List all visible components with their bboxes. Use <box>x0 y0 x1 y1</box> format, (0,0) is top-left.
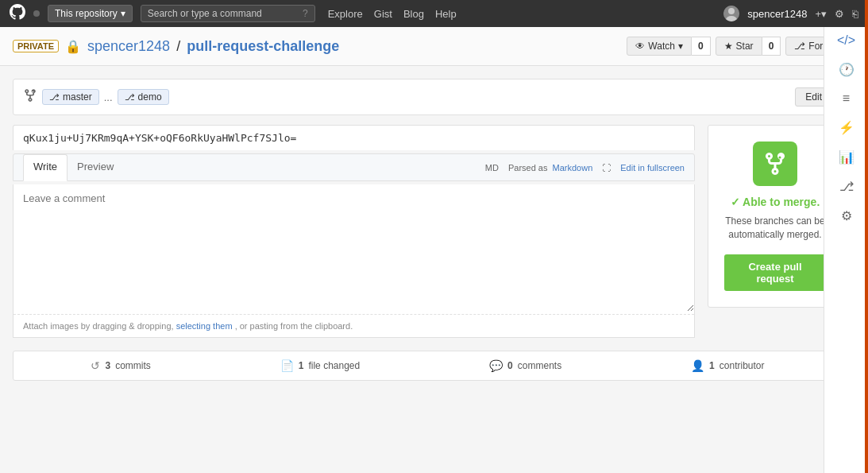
star-label: Star <box>736 41 754 52</box>
repo-separator: / <box>176 38 180 55</box>
code-icon[interactable]: </> <box>837 33 855 48</box>
watch-label: Watch <box>648 41 675 52</box>
files-stat[interactable]: 📄 1 file changed <box>280 359 360 372</box>
commits-count: 3 <box>105 360 110 371</box>
contributors-stat[interactable]: 👤 1 contributor <box>691 359 764 372</box>
fullscreen-label[interactable]: Edit in fullscreen <box>620 163 685 173</box>
selecting-link[interactable]: selecting them <box>176 321 233 331</box>
repo-name-link[interactable]: pull-request-challenge <box>187 38 339 55</box>
pr-layout: qKux1ju+Uj7KRm9qA+YSK+oQF6oRkUyaHWlPcf7S… <box>13 125 843 338</box>
tools-icon[interactable]: ⚙ <box>835 8 844 20</box>
files-label: file changed <box>308 360 360 371</box>
search-question-icon: ? <box>303 8 308 19</box>
repo-owner-link[interactable]: spencer1248 <box>87 38 170 55</box>
markdown-icon: MD <box>485 163 499 173</box>
git-branch-icon2: ⎇ <box>125 92 135 103</box>
username[interactable]: spencer1248 <box>747 8 807 20</box>
repo-title-area: PRIVATE 🔒 spencer1248 / pull-request-cha… <box>13 38 339 55</box>
lock-icon: 🔒 <box>65 39 81 54</box>
branch-master: ⎇ master <box>42 89 99 105</box>
this-repo-label: This repository <box>55 8 118 19</box>
commit-hash-bar: qKux1ju+Uj7KRm9qA+YSK+oQF6oRkUyaHWlPcf7S… <box>13 125 695 150</box>
chart-icon[interactable]: 📊 <box>839 149 854 165</box>
contributors-count: 1 <box>709 360 715 371</box>
star-icon: ★ <box>724 41 733 52</box>
fullscreen-icon: ⛶ <box>602 163 611 173</box>
comments-count: 0 <box>507 360 513 371</box>
comment-box: Attach images by dragging & dropping, se… <box>13 184 695 338</box>
attach-text: Attach images by dragging & dropping, <box>23 321 176 331</box>
chevron-down-icon: ▾ <box>678 41 683 52</box>
git-branch-icon: ⎇ <box>49 92 60 103</box>
comments-stat[interactable]: 💬 0 comments <box>489 359 561 372</box>
watch-group: 👁 Watch ▾ 0 <box>627 37 710 56</box>
attach-text2: , or pasting from the clipboard. <box>235 321 353 331</box>
content-area: ⎇ master ... ⎇ demo Edit qKux1ju+Uj7KRm9… <box>13 79 855 381</box>
search-placeholder: Search or type a command <box>148 8 262 19</box>
parsed-as-label: Parsed as <box>508 163 548 173</box>
branch-ellipsis: ... <box>104 91 113 103</box>
files-icon: 📄 <box>280 359 294 372</box>
demo-branch-label: demo <box>138 91 162 103</box>
chevron-down-icon: ▾ <box>121 8 125 19</box>
top-nav: This repository ▾ Search or type a comma… <box>0 0 868 27</box>
star-count: 0 <box>762 37 781 56</box>
right-sidebar: </> 🕐 ≡ ⚡ 📊 ⎇ ⚙ <box>824 27 868 394</box>
repo-actions: 👁 Watch ▾ 0 ★ Star 0 ⎇ Fork 0 <box>627 37 855 56</box>
search-box[interactable]: Search or type a command ? <box>141 5 315 22</box>
orange-bar <box>865 0 868 394</box>
help-link[interactable]: Help <box>435 8 457 20</box>
github-logo[interactable] <box>10 4 25 24</box>
plus-icon[interactable]: +▾ <box>815 8 827 20</box>
main-content: ⎇ master ... ⎇ demo Edit qKux1ju+Uj7KRm9… <box>0 66 868 394</box>
comment-textarea[interactable] <box>14 184 694 312</box>
branch-demo: ⎇ demo <box>118 89 169 105</box>
issues-icon[interactable]: ≡ <box>843 91 850 106</box>
master-branch-label: master <box>63 91 92 103</box>
tab-bar: Write Preview MD Parsed as Markdown ⛶ Ed… <box>13 153 695 181</box>
merge-panel: ✓ Able to merge. These branches can be a… <box>708 125 843 308</box>
commits-stat[interactable]: ↺ 3 commits <box>91 359 150 372</box>
private-badge: PRIVATE <box>13 40 59 52</box>
markdown-link[interactable]: Markdown <box>553 163 593 173</box>
branch-bar: ⎇ master ... ⎇ demo Edit <box>13 79 843 115</box>
repo-header: PRIVATE 🔒 spencer1248 / pull-request-cha… <box>0 27 868 66</box>
gist-link[interactable]: Gist <box>374 8 392 20</box>
compare-icon <box>23 88 37 106</box>
watch-count: 0 <box>692 37 711 56</box>
files-count: 1 <box>299 360 304 371</box>
logout-icon[interactable]: ⎗ <box>852 8 858 20</box>
watch-button[interactable]: 👁 Watch ▾ <box>627 37 692 56</box>
parsed-as-text: Parsed as Markdown <box>508 163 592 173</box>
clock-icon[interactable]: 🕐 <box>839 62 854 77</box>
comments-label: comments <box>518 360 561 371</box>
pr-main: qKux1ju+Uj7KRm9qA+YSK+oQF6oRkUyaHWlPcf7S… <box>13 125 695 338</box>
create-pr-button[interactable]: Create pull request <box>724 254 826 291</box>
commit-hash: qKux1ju+Uj7KRm9qA+YSK+oQF6oRkUyaHWlPcf7S… <box>23 132 296 144</box>
pr-wrapper: qKux1ju+Uj7KRm9qA+YSK+oQF6oRkUyaHWlPcf7S… <box>13 125 695 338</box>
preview-tab[interactable]: Preview <box>68 154 123 180</box>
contributors-label: contributor <box>719 360 765 371</box>
notification-dot <box>33 10 40 17</box>
merge-icon-circle <box>753 142 797 186</box>
merge-desc: These branches can be automatically merg… <box>724 215 826 242</box>
comments-icon: 💬 <box>489 359 503 372</box>
blog-link[interactable]: Blog <box>403 8 424 20</box>
comment-footer: Attach images by dragging & dropping, se… <box>14 314 694 337</box>
stats-bar: ↺ 3 commits 📄 1 file changed 💬 0 comment… <box>13 351 843 381</box>
star-group: ★ Star 0 <box>716 37 781 56</box>
avatar[interactable] <box>723 6 739 21</box>
contributors-icon: 👤 <box>691 359 704 372</box>
eye-icon: 👁 <box>635 41 645 52</box>
merge-status: ✓ Able to merge. <box>724 196 826 208</box>
pr-sidebar-panel: ✓ Able to merge. These branches can be a… <box>708 125 843 338</box>
explore-link[interactable]: Explore <box>328 8 363 20</box>
write-tab[interactable]: Write <box>23 154 68 181</box>
git-branch-icon[interactable]: ⎇ <box>839 179 854 194</box>
pulse-icon[interactable]: ⚡ <box>839 120 854 135</box>
tabs: Write Preview <box>23 154 123 180</box>
tab-right: MD Parsed as Markdown ⛶ Edit in fullscre… <box>485 163 685 173</box>
star-button[interactable]: ★ Star <box>716 37 762 56</box>
settings-icon[interactable]: ⚙ <box>841 208 852 223</box>
this-repo-button[interactable]: This repository ▾ <box>48 5 133 22</box>
